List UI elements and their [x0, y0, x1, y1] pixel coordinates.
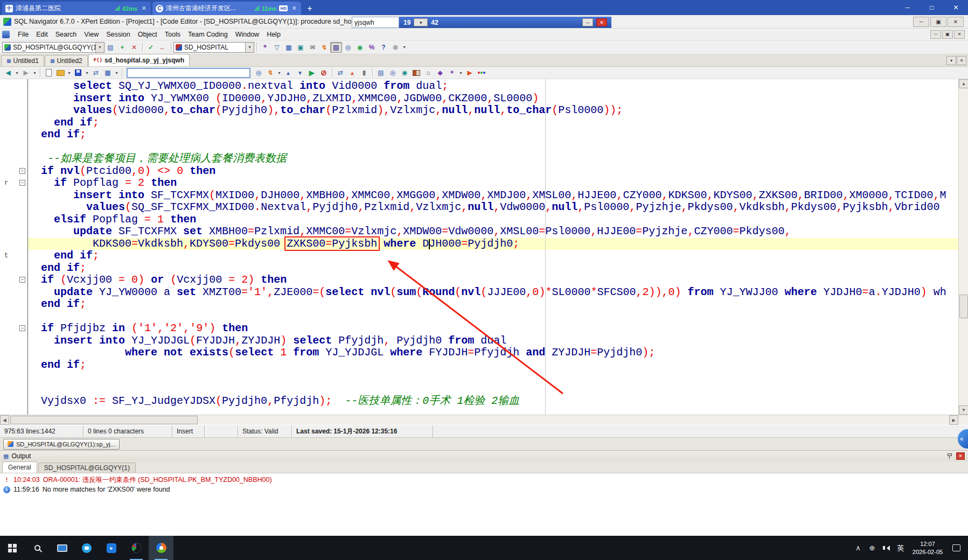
browser-tab[interactable]: C漳州古雷港经济开发区...11msHD✕ — [152, 2, 301, 15]
select-tool-button[interactable]: ◉ — [399, 67, 410, 78]
code-line[interactable]: end if; — [28, 298, 968, 311]
output-close-button[interactable]: ✕ — [956, 452, 965, 460]
code-line[interactable]: select SQ_YJ_YWMX00_ID0000.nextval into … — [28, 80, 968, 93]
app-restore-button[interactable]: ▣ — [930, 17, 946, 27]
forward-button[interactable]: ▶ — [20, 67, 32, 78]
code-line[interactable]: where not exists(select 1 from YJ_YJDJGL… — [28, 347, 968, 359]
taskbar-browser-app[interactable] — [149, 536, 173, 560]
mdi-close-button[interactable]: ✕ — [954, 30, 965, 39]
code-area[interactable]: select SQ_YJ_YWMX00_ID0000.nextval into … — [28, 79, 968, 415]
table-dropdown[interactable]: ▾ — [114, 67, 120, 78]
format-dropdown[interactable]: ▾ — [458, 67, 464, 78]
new-tab-button[interactable]: + — [303, 2, 317, 15]
find-dropdown-button[interactable]: ▾ — [414, 18, 428, 26]
ime-indicator[interactable]: 英 — [893, 543, 908, 553]
tab-close-icon[interactable]: ✕ — [290, 5, 298, 12]
windows-button[interactable]: ▣ — [295, 42, 307, 53]
tab-close-icon[interactable]: ✕ — [140, 5, 148, 12]
find-close-button[interactable]: ✕ — [596, 18, 607, 26]
output-window-toggle-button[interactable]: ▤ — [330, 42, 342, 53]
fold-collapse-icon[interactable]: − — [19, 277, 25, 283]
find-objects-button[interactable]: ◎ — [342, 42, 354, 53]
code-line[interactable] — [28, 371, 968, 383]
menu-team-coding[interactable]: Team Coding — [184, 30, 232, 39]
actions-dropdown[interactable]: ▾ — [276, 67, 282, 78]
editor-vertical-scrollbar[interactable]: ▲ ▼ — [958, 79, 968, 415]
horizontal-scroll-thumb[interactable] — [10, 416, 198, 424]
code-line[interactable] — [28, 311, 968, 323]
taskbar-sqlnavigator-app[interactable] — [124, 536, 149, 560]
menu-view[interactable]: View — [80, 30, 102, 39]
code-line[interactable]: end if; — [28, 250, 968, 262]
taskbar-chat-app[interactable] — [74, 536, 99, 560]
output-pin-icon[interactable] — [946, 453, 953, 459]
forward-dropdown[interactable]: ▾ — [32, 67, 38, 78]
code-line[interactable]: --如果是套餐项目，需要处理病人套餐消费表数据 — [28, 153, 968, 165]
highlight-button[interactable]: ▲ — [346, 67, 358, 78]
browser-minimize-button[interactable]: ─ — [895, 0, 920, 15]
code-line[interactable] — [28, 383, 968, 396]
actions-button[interactable]: ↯ — [264, 67, 276, 78]
code-line[interactable] — [28, 141, 968, 153]
profiler-button[interactable]: % — [366, 42, 378, 53]
syntax-palette-button[interactable] — [476, 67, 488, 78]
menu-tools[interactable]: Tools — [161, 30, 184, 39]
open-file-button[interactable] — [54, 67, 66, 78]
hidden-icons-chevron[interactable]: ∧ — [851, 544, 865, 552]
abort-button[interactable]: ⊘ — [318, 67, 330, 78]
editor-horizontal-scrollbar[interactable]: ◀ ▶ — [0, 415, 968, 425]
mdi-restore-button[interactable]: ▣ — [942, 30, 953, 39]
open-dropdown[interactable]: ▾ — [66, 67, 72, 78]
fold-collapse-icon[interactable]: − — [19, 168, 25, 174]
code-line[interactable]: update SF_TCXFMX set XMBH00=Pzlxmid,XMMC… — [28, 226, 968, 238]
document-tab[interactable]: P()sd_hospital.sp_yj_yjsqwh — [88, 54, 190, 66]
output-tab-sd-hospital-glgqyy-1-[interactable]: SD_HOSPITAL@GLGQYY(1) — [38, 463, 136, 473]
menu-object[interactable]: Object — [134, 30, 161, 39]
session-combo[interactable]: SD_HOSPITAL@GLGQYY(1) ▾ — [2, 42, 105, 53]
schema-combo-dropdown[interactable]: ▾ — [245, 43, 254, 52]
menu-help[interactable]: Help — [263, 30, 284, 39]
team-coding-button[interactable]: ◉ — [354, 42, 366, 53]
code-line[interactable]: end if; — [28, 129, 968, 141]
code-line[interactable]: end if; — [28, 117, 968, 129]
scroll-down-button[interactable]: ▼ — [959, 405, 968, 415]
new-session-button[interactable]: + — [116, 42, 128, 53]
code-line[interactable]: elsif Popflag = 1 then — [28, 214, 968, 226]
menu-window[interactable]: Window — [232, 30, 263, 39]
reload-button[interactable]: ⇄ — [90, 67, 102, 78]
mdi-minimize-button[interactable]: ─ — [930, 30, 941, 39]
merge-button[interactable]: ◆ — [434, 67, 446, 78]
browser-close-button[interactable]: ✕ — [944, 0, 968, 15]
data-grid-button[interactable]: ▦ — [283, 42, 295, 53]
code-line[interactable]: insert into YJ_YJDJGL(FYJDJH,ZYJDJH) sel… — [28, 335, 968, 347]
previous-result-button[interactable]: ▲ — [282, 67, 294, 78]
volume-icon[interactable] — [879, 545, 893, 551]
mdi-document-icon[interactable] — [2, 31, 10, 38]
sessions-list-button[interactable]: ▤ — [105, 42, 116, 53]
scroll-left-button[interactable]: ◀ — [0, 415, 9, 425]
code-line[interactable]: update YJ_YW0000 a set XMZT00='1',ZJE000… — [28, 286, 968, 299]
filter-button[interactable]: ▽ — [271, 42, 283, 53]
code-line[interactable]: values(Vid0000,to_char(Pyjdjh0),to_char(… — [28, 104, 968, 117]
back-button[interactable]: ◀ — [2, 67, 14, 78]
find-minimize-button[interactable]: ─ — [582, 18, 593, 26]
code-line[interactable]: insert into YJ_YWMX00 (ID0000,YJDJH0,ZLX… — [28, 93, 968, 105]
compare-button[interactable]: ⇄ — [335, 67, 346, 78]
code-line[interactable]: if Popflag = 2 then — [28, 177, 968, 190]
format-code-button[interactable]: * — [446, 67, 458, 78]
code-line[interactable]: Vyjdsx0 := SF_YJ_JudgeYJDSX(Pyjdjh0,Pfyj… — [28, 395, 968, 408]
table-button[interactable]: ▦ — [102, 67, 114, 78]
session-combo-dropdown[interactable]: ▾ — [95, 43, 104, 52]
dictionary-button[interactable] — [410, 67, 422, 78]
fold-collapse-icon[interactable]: − — [19, 180, 25, 186]
editor-window-task-tab[interactable]: SD_HOSPITAL@GLGQYY(1):sp_yj... — [3, 439, 120, 450]
network-icon[interactable]: ⊕ — [865, 544, 879, 552]
next-result-button[interactable]: ▼ — [294, 67, 306, 78]
output-tab-general[interactable]: General — [2, 461, 37, 473]
code-line[interactable]: values(SQ_SF_TCXFMX_MXID00.Nextval,Pyjdj… — [28, 201, 968, 214]
browser-tab[interactable]: 十漳浦县第二医院42ms✕ — [2, 2, 151, 15]
settings-button[interactable]: ⊛ — [389, 42, 401, 53]
settings-dropdown[interactable]: ▾ — [401, 42, 407, 53]
bookmark-flag-button[interactable]: ▶ — [464, 67, 476, 78]
start-button[interactable] — [0, 536, 25, 560]
